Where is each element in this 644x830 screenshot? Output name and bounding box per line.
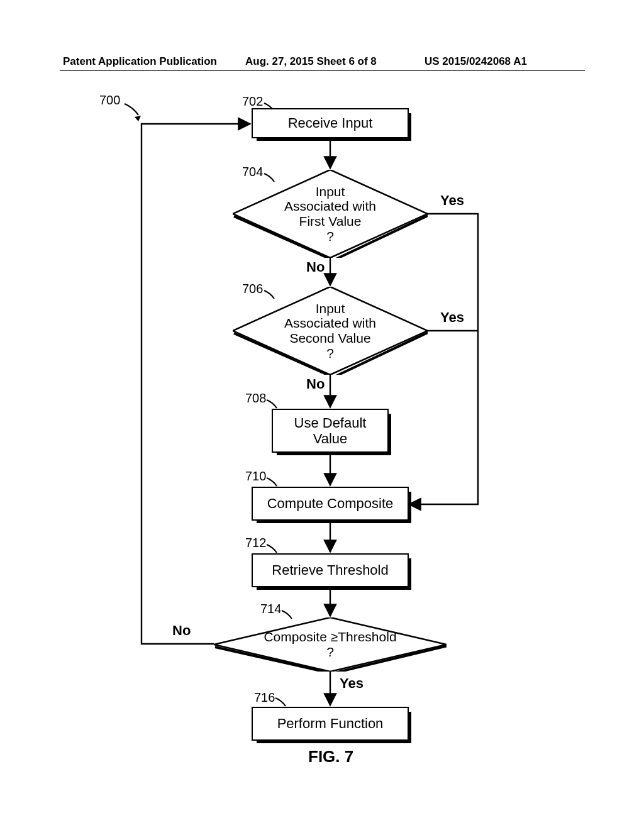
node-decision-threshold: Composite ≥Threshold ? xyxy=(214,617,447,672)
node-708-text: Use Default Value xyxy=(294,415,367,447)
ref-702: 702 xyxy=(242,94,263,109)
figure-label: FIG. 7 xyxy=(308,747,353,766)
edge-714-yes: Yes xyxy=(340,675,364,692)
node-retrieve-threshold: Retrieve Threshold xyxy=(252,553,409,587)
ref-700: 700 xyxy=(99,93,120,108)
node-receive-input: Receive Input xyxy=(252,108,409,138)
page: Patent Application Publication Aug. 27, … xyxy=(0,0,644,830)
ref-712: 712 xyxy=(245,536,266,550)
node-706-text: Input Associated with Second Value ? xyxy=(284,301,376,360)
header-left: Patent Application Publication xyxy=(63,55,217,68)
node-perform-function: Perform Function xyxy=(252,707,409,741)
edge-706-no: No xyxy=(306,376,325,392)
node-compute-composite: Compute Composite xyxy=(252,487,409,521)
ref-716: 716 xyxy=(254,690,275,705)
ref-708: 708 xyxy=(245,391,266,406)
edge-706-yes: Yes xyxy=(440,309,464,326)
edge-704-yes: Yes xyxy=(440,192,464,209)
edge-704-no: No xyxy=(306,259,325,275)
node-710-text: Compute Composite xyxy=(267,495,394,511)
edge-714-no: No xyxy=(172,622,191,639)
node-702-text: Receive Input xyxy=(288,115,373,131)
node-use-default: Use Default Value xyxy=(272,409,389,453)
ref-710: 710 xyxy=(245,469,266,484)
ref-714: 714 xyxy=(260,602,281,616)
header-center: Aug. 27, 2015 Sheet 6 of 8 xyxy=(245,55,377,68)
node-714-text: Composite ≥Threshold ? xyxy=(264,629,396,659)
node-716-text: Perform Function xyxy=(277,716,384,731)
node-704-text: Input Associated with First Value ? xyxy=(284,184,376,243)
node-712-text: Retrieve Threshold xyxy=(272,562,388,578)
node-decision-first-value: Input Associated with First Value ? xyxy=(233,170,428,258)
header-right: US 2015/0242068 A1 xyxy=(425,55,527,68)
header-rule xyxy=(60,70,585,71)
node-decision-second-value: Input Associated with Second Value ? xyxy=(233,287,428,375)
